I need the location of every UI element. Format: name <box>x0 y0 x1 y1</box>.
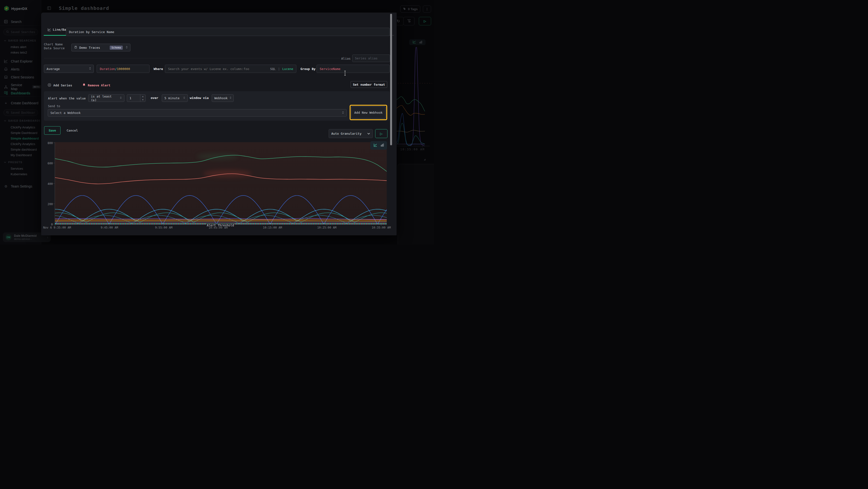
play-icon: ▷ <box>380 132 383 136</box>
chevron-right-icon: › <box>47 235 48 239</box>
updown-icon <box>229 96 231 100</box>
saved-dashboards-search[interactable] <box>3 109 38 116</box>
add-new-webhook-button[interactable]: Add New Webhook <box>351 107 385 118</box>
resize-handle-icon[interactable]: ◢ <box>424 158 426 161</box>
alert-bell-icon <box>82 83 86 87</box>
search-icon <box>6 30 9 34</box>
background-chart-type-toggle[interactable] <box>409 39 426 45</box>
line-chart-icon[interactable] <box>412 40 416 45</box>
updown-icon <box>342 111 344 115</box>
filter-button[interactable] <box>403 17 414 25</box>
preset-item[interactable]: Kubernetes <box>10 171 41 177</box>
bar-chart-icon[interactable] <box>419 40 423 45</box>
saved-dashboard-item[interactable]: My Dashboard <box>10 152 41 158</box>
saved-dashboards-input[interactable] <box>11 111 35 114</box>
sidebar-collapse-icon[interactable] <box>47 6 51 11</box>
edit-chart-modal: Line/Bar Table 123 Number Search Markdow… <box>41 12 397 235</box>
modal-scrollbar[interactable] <box>390 14 392 145</box>
brand[interactable]: ⚡ HyperDX <box>4 6 28 11</box>
saved-dashboard-item[interactable]: ClickPy Analytics <box>10 124 41 130</box>
saved-search-item[interactable]: mikes tets2 <box>10 50 41 55</box>
tags-button[interactable]: 0 Tags <box>400 5 420 12</box>
cancel-button[interactable]: Cancel <box>66 126 78 135</box>
updown-icon <box>89 67 91 71</box>
refresh-icon: ↻ <box>397 19 400 23</box>
updown-icon <box>126 46 128 50</box>
sidebar-item-dashboards[interactable]: Dashboards <box>4 91 30 95</box>
search-icon <box>6 111 9 115</box>
data-source-select[interactable]: Demo Traces Schema <box>71 44 130 51</box>
granularity-select[interactable]: Auto Granularity <box>329 129 373 138</box>
alias-label: Alias <box>341 57 350 60</box>
alert-prefix: Alert when the value <box>48 96 86 100</box>
more-options-button[interactable]: ⋮ <box>423 5 431 12</box>
line-chart-icon[interactable] <box>373 143 377 148</box>
y-tick-label: 600 <box>48 162 53 165</box>
x-tick-label: 10:25:00 AM <box>317 226 336 229</box>
saved-dashboard-item[interactable]: Simple dashboard <box>10 147 41 152</box>
sidebar-item-client-sessions[interactable]: Client Sessions <box>4 75 34 79</box>
alert-window-select[interactable]: 5 minute <box>162 94 188 102</box>
group-by-label: Group By <box>301 67 316 71</box>
gear-icon: ⚙ <box>4 184 8 188</box>
sql-mode-link[interactable]: SQL <box>270 67 276 71</box>
hyperdx-logo-icon: ⚡ <box>4 6 9 11</box>
plus-icon: + <box>4 101 8 105</box>
saved-searches-title[interactable]: SAVED SEARCHES <box>4 39 40 42</box>
saved-search-item[interactable]: mikes alert <box>10 44 41 50</box>
bar-chart-icon[interactable] <box>380 143 384 148</box>
caret-down-icon <box>4 119 6 122</box>
run-query-button[interactable]: ▷ <box>419 17 431 25</box>
y-tick-label: 800 <box>48 141 53 145</box>
stepper-arrows-icon[interactable]: ▲▼ <box>140 95 145 102</box>
alert-threshold-input[interactable] <box>127 96 138 100</box>
sidebar-item-service-map[interactable]: Service Map BETA <box>4 83 41 91</box>
where-query-input[interactable] <box>168 67 268 71</box>
set-number-format-button[interactable]: Set number format <box>350 81 387 88</box>
saved-searches-input[interactable] <box>11 30 35 34</box>
saved-searches-search[interactable] <box>3 29 38 35</box>
group-by-input[interactable]: ServiceName <box>317 65 390 73</box>
sidebar-item-chart-explorer[interactable]: Chart Explorer <box>4 59 33 63</box>
sidebar-item-search[interactable]: Search <box>4 20 22 24</box>
lucene-mode-link[interactable]: Lucene <box>282 67 293 71</box>
run-chart-button[interactable]: ▷ <box>375 129 388 138</box>
laptop-icon <box>4 75 8 79</box>
user-name: Dale McDiarmid <box>14 234 37 237</box>
saved-dashboards-title[interactable]: SAVED DASHBOARDS <box>4 119 40 122</box>
alert-channel-select[interactable]: Webhook <box>212 94 234 102</box>
saved-dashboard-item[interactable]: Simple Dashboard <box>10 130 41 136</box>
preset-item[interactable]: Services <box>10 166 41 171</box>
filter-icon <box>407 19 411 24</box>
series-alias-input[interactable] <box>352 55 390 62</box>
bell-icon <box>4 67 8 71</box>
y-axis-labels: 0–200–400–600–800– <box>41 12 53 235</box>
x-tick-label: Nov 6 9:35:00 AM <box>43 226 71 229</box>
dashboards-icon <box>4 91 8 95</box>
presets-title[interactable]: PRESETS <box>4 161 40 164</box>
create-dashboard-button[interactable]: + Create Dashboard <box>4 101 38 105</box>
updown-icon <box>120 96 122 100</box>
x-tick-label: 9:45:00 AM <box>100 226 118 229</box>
where-input[interactable]: SQL | Lucene <box>165 65 296 73</box>
saved-dashboards-list: ClickPy AnalyticsSimple DashboardSimple … <box>10 124 41 158</box>
x-tick-label: 10:15:00 AM <box>263 226 282 229</box>
updown-icon <box>183 96 185 100</box>
remove-alert-button[interactable]: Remove Alert <box>82 83 111 87</box>
expression-input[interactable]: Duration/1000000 <box>97 65 150 73</box>
kebab-icon: ⋮ <box>426 7 429 11</box>
chart-type-toggle[interactable] <box>370 141 387 150</box>
saved-searches-list: mikes alertmikes tets2 <box>10 44 41 55</box>
y-tick-label: 400 <box>48 182 53 185</box>
presets-list: ServicesKubernetes <box>10 166 41 177</box>
alert-condition-select[interactable]: is at least (≥) <box>88 94 124 102</box>
alert-threshold-stepper[interactable]: ▲▼ <box>127 94 146 102</box>
y-tick-label: 0 <box>51 223 53 226</box>
chart-explorer-icon <box>4 59 8 63</box>
chart-name-input[interactable] <box>66 28 390 36</box>
saved-dashboard-item[interactable]: Simple dashboard <box>10 136 41 141</box>
saved-dashboard-item[interactable]: ClickPy Analytics <box>10 141 41 147</box>
webhook-select[interactable]: Select a Webhook <box>48 109 347 117</box>
sidebar-item-alerts[interactable]: Alerts <box>4 67 20 71</box>
sidebar-item-team-settings[interactable]: ⚙ Team Settings <box>4 184 32 188</box>
